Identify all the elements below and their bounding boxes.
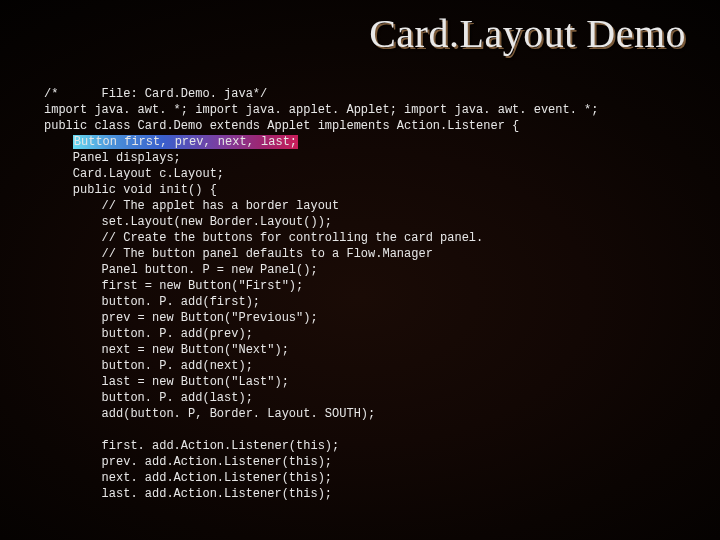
code-line: last = new Button("Last");: [44, 375, 289, 389]
code-line: button. P. add(first);: [44, 295, 260, 309]
code-line: last. add.Action.Listener(this);: [44, 487, 332, 501]
code-line: next = new Button("Next");: [44, 343, 289, 357]
code-line: Panel displays;: [44, 151, 181, 165]
code-line: add(button. P, Border. Layout. SOUTH);: [44, 407, 375, 421]
code-line: next. add.Action.Listener(this);: [44, 471, 332, 485]
code-line: // The applet has a border layout: [44, 199, 339, 213]
code-line: Panel button. P = new Panel();: [44, 263, 318, 277]
code-line: import java. awt. *; import java. applet…: [44, 103, 599, 117]
code-line: // The button panel defaults to a Flow.M…: [44, 247, 433, 261]
code-line: public void init() {: [44, 183, 217, 197]
code-line-highlighted: Button first, prev, next, last;: [73, 135, 298, 149]
code-line: first. add.Action.Listener(this);: [44, 439, 339, 453]
code-block: /* File: Card.Demo. java*/ import java. …: [44, 86, 690, 502]
code-line: prev = new Button("Previous");: [44, 311, 318, 325]
code-line: button. P. add(last);: [44, 391, 253, 405]
slide-title: Card.Layout Demo: [369, 10, 686, 57]
code-line: prev. add.Action.Listener(this);: [44, 455, 332, 469]
code-line: set.Layout(new Border.Layout());: [44, 215, 332, 229]
code-line: public class Card.Demo extends Applet im…: [44, 119, 519, 133]
code-line: Card.Layout c.Layout;: [44, 167, 224, 181]
code-line: first = new Button("First");: [44, 279, 303, 293]
code-line: button. P. add(prev);: [44, 327, 253, 341]
code-line: button. P. add(next);: [44, 359, 253, 373]
code-line: /* File: Card.Demo. java*/: [44, 87, 267, 101]
code-line: // Create the buttons for controlling th…: [44, 231, 483, 245]
